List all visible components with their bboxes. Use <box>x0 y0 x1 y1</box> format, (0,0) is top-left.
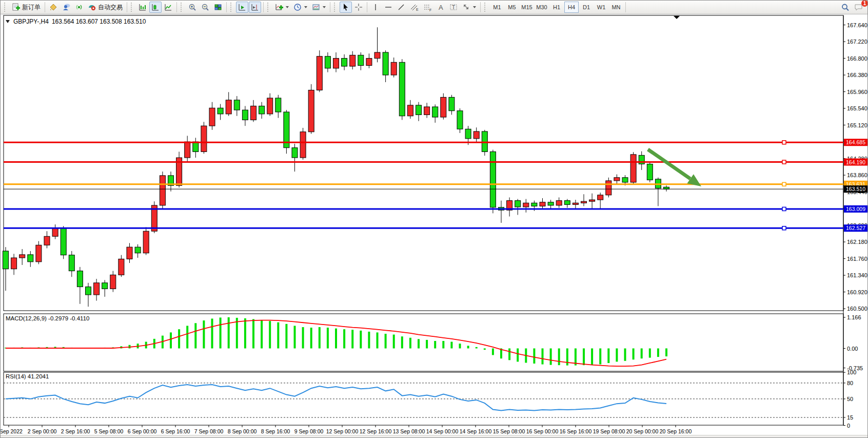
hline-marker[interactable] <box>782 182 786 186</box>
tab-timeframe-w1[interactable]: W1 <box>594 2 608 13</box>
fibonacci-icon: F <box>423 3 432 11</box>
candle <box>432 107 438 117</box>
zoom-out-button[interactable] <box>199 2 211 13</box>
rsi-tick-label: 0 <box>847 423 850 429</box>
zoom-in-button[interactable] <box>186 2 199 13</box>
candle <box>119 259 124 275</box>
candle <box>358 55 364 65</box>
macd-bar <box>633 349 635 360</box>
text-label-icon: T <box>449 3 458 11</box>
chart-area[interactable]: 167.640167.220166.800166.380165.960165.5… <box>1 14 868 438</box>
macd-bar <box>434 341 436 349</box>
periods-clock-icon <box>293 3 302 11</box>
time-tick-label: 2 Sep 00:00 <box>28 428 57 434</box>
bar-chart-button[interactable] <box>136 2 149 13</box>
candle <box>598 195 603 200</box>
candle <box>441 97 446 117</box>
macd-bar <box>492 349 494 355</box>
price-tick-label: 165.120 <box>847 122 867 128</box>
new-order-button[interactable]: 新订单 <box>10 2 43 13</box>
candle <box>275 98 281 112</box>
tile-windows-button[interactable] <box>212 2 224 13</box>
tab-timeframe-m1[interactable]: M1 <box>490 2 504 13</box>
macd-bar <box>476 347 478 349</box>
candlestick-button[interactable] <box>149 2 162 13</box>
tab-timeframe-m30[interactable]: M30 <box>535 2 549 13</box>
new-order-icon <box>12 3 21 11</box>
macd-bar <box>244 318 246 349</box>
time-tick-label: 12 Sep 16:00 <box>360 428 392 434</box>
tab-timeframe-h4[interactable]: H4 <box>564 2 579 13</box>
search-button[interactable] <box>839 2 852 13</box>
candle <box>490 151 496 207</box>
candle <box>482 131 487 151</box>
candle <box>11 258 17 269</box>
signal-button[interactable] <box>73 2 85 13</box>
candle <box>581 201 587 203</box>
candle <box>325 56 330 68</box>
macd-bar <box>459 344 461 348</box>
indicators-button[interactable] <box>273 2 291 13</box>
toolbar-grip[interactable] <box>4 3 8 12</box>
candle <box>333 59 339 68</box>
cursor-button[interactable] <box>340 2 352 13</box>
horizontal-line-button[interactable] <box>382 2 394 13</box>
chat-button[interactable]: 1 <box>852 2 865 13</box>
candle <box>77 271 83 287</box>
tab-timeframe-m5[interactable]: M5 <box>505 2 519 13</box>
arrows-button[interactable] <box>460 2 478 13</box>
macd-panel[interactable] <box>4 314 843 371</box>
chart-shift-button[interactable] <box>249 2 261 13</box>
candle <box>193 142 199 151</box>
candle <box>589 200 595 201</box>
rsi-indicator-label: RSI(14) 41.2041 <box>6 373 49 379</box>
candle <box>127 247 132 259</box>
macd-bar <box>377 332 379 348</box>
svg-text:E: E <box>416 8 419 11</box>
channel-button[interactable]: E <box>408 2 421 13</box>
auto-trading-button[interactable]: 自动交易 <box>86 2 125 13</box>
time-tick-label: 8 Sep 16:00 <box>261 428 290 434</box>
main-panel[interactable] <box>4 15 843 311</box>
macd-bar <box>484 349 486 350</box>
macd-bar <box>203 320 205 348</box>
hline-marker[interactable] <box>782 141 786 144</box>
symbol-dropdown-icon[interactable] <box>6 20 10 24</box>
symbol-period-label: GBPJPY-,H4 <box>13 18 49 25</box>
vertical-line-button[interactable] <box>369 2 382 13</box>
text-button[interactable]: A <box>435 2 447 13</box>
tab-timeframe-mn[interactable]: MN <box>609 2 623 13</box>
fibonacci-button[interactable]: F <box>421 2 434 13</box>
macd-bar <box>418 339 420 348</box>
time-tick-label: 16 Sep 16:00 <box>560 428 592 434</box>
hline-marker[interactable] <box>782 207 786 211</box>
text-label-button[interactable]: T <box>447 2 460 13</box>
line-chart-button[interactable] <box>162 2 174 13</box>
price-tick-label: 166.800 <box>847 55 867 62</box>
price-tick-label: 161.760 <box>847 256 867 262</box>
arrows-icon <box>462 3 470 11</box>
auto-scroll-button[interactable] <box>236 2 248 13</box>
hline-marker[interactable] <box>782 160 786 164</box>
price-tag-label: 162.527 <box>846 225 865 231</box>
template-button[interactable] <box>310 2 328 13</box>
time-tick-label: 2 Sep 16:00 <box>61 428 90 434</box>
trendline-button[interactable] <box>395 2 407 13</box>
macd-bar <box>442 341 444 349</box>
time-tick-label: 6 Sep 16:00 <box>161 428 190 434</box>
tab-timeframe-d1[interactable]: D1 <box>579 2 594 13</box>
price-tag-label: 163.009 <box>846 206 865 212</box>
macd-bar <box>285 324 287 349</box>
tab-timeframe-h1[interactable]: H1 <box>549 2 564 13</box>
candle <box>383 52 388 75</box>
chart-canvas[interactable]: 167.640167.220166.800166.380165.960165.5… <box>1 14 868 438</box>
hline-marker[interactable] <box>782 226 786 230</box>
tab-timeframe-m15[interactable]: M15 <box>520 2 534 13</box>
macd-bar <box>335 329 337 349</box>
paint-bucket-button[interactable] <box>47 2 60 13</box>
crosshair-button[interactable] <box>352 2 365 13</box>
channel-icon: E <box>410 3 419 11</box>
macd-bar <box>220 317 222 348</box>
profile-button[interactable] <box>60 2 72 13</box>
periods-button[interactable] <box>291 2 309 13</box>
